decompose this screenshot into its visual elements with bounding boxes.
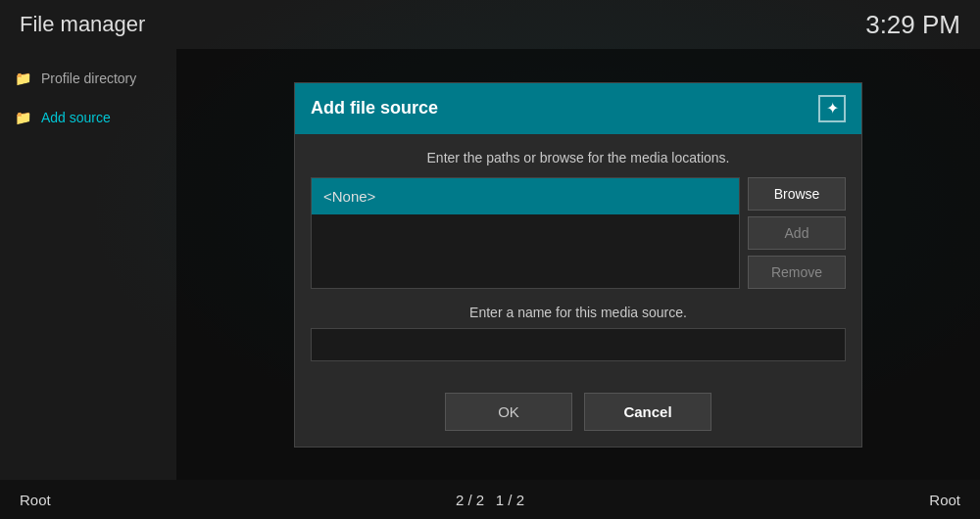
dialog-close-button[interactable]: ✦: [818, 95, 846, 122]
bottom-center-left-label: 2 / 2: [456, 492, 484, 508]
source-list-item[interactable]: <None>: [312, 178, 739, 214]
media-source-name-input[interactable]: [311, 328, 846, 361]
dialog-instruction-paths: Enter the paths or browse for the media …: [311, 150, 846, 165]
app-title: File manager: [20, 12, 145, 37]
browse-button[interactable]: Browse: [748, 177, 846, 211]
add-button[interactable]: Add: [748, 216, 846, 250]
top-bar: File manager 3:29 PM: [0, 0, 980, 49]
sidebar-item-label-profile: Profile directory: [41, 71, 136, 86]
dialog-header: Add file source ✦: [295, 83, 861, 134]
dialog-add-file-source: Add file source ✦ Enter the paths or bro…: [294, 82, 862, 448]
dialog-body: Enter the paths or browse for the media …: [295, 134, 861, 377]
main-layout: 📁 Profile directory 📁 Add source Add fil…: [0, 49, 980, 480]
cancel-button[interactable]: Cancel: [584, 393, 711, 431]
sidebar-item-profile-directory[interactable]: 📁 Profile directory: [0, 59, 176, 98]
name-section: Enter a name for this media source.: [311, 305, 846, 361]
dialog-title: Add file source: [311, 98, 438, 118]
sidebar-item-label-add-source: Add source: [41, 110, 111, 125]
clock: 3:29 PM: [865, 10, 960, 40]
folder-icon-2: 📁: [15, 110, 31, 125]
source-buttons: Browse Add Remove: [748, 177, 846, 289]
ok-button[interactable]: OK: [445, 393, 572, 431]
source-row: <None> Browse Add Remove: [311, 177, 846, 289]
source-list-area[interactable]: <None>: [311, 177, 740, 289]
name-instruction: Enter a name for this media source.: [311, 305, 846, 320]
close-icon: ✦: [826, 99, 839, 118]
remove-button[interactable]: Remove: [748, 256, 846, 289]
bottom-left-label: Root: [20, 492, 51, 508]
bottom-bar: Root 2 / 2 1 / 2 Root: [0, 480, 980, 519]
dialog-footer: OK Cancel: [295, 377, 861, 447]
bottom-right-label: Root: [929, 492, 960, 508]
folder-icon: 📁: [15, 71, 31, 86]
sidebar-item-add-source[interactable]: 📁 Add source: [0, 98, 176, 137]
modal-backdrop: Add file source ✦ Enter the paths or bro…: [176, 49, 980, 480]
bottom-center-right-label: 1 / 2: [496, 492, 524, 508]
sidebar: 📁 Profile directory 📁 Add source: [0, 49, 176, 480]
